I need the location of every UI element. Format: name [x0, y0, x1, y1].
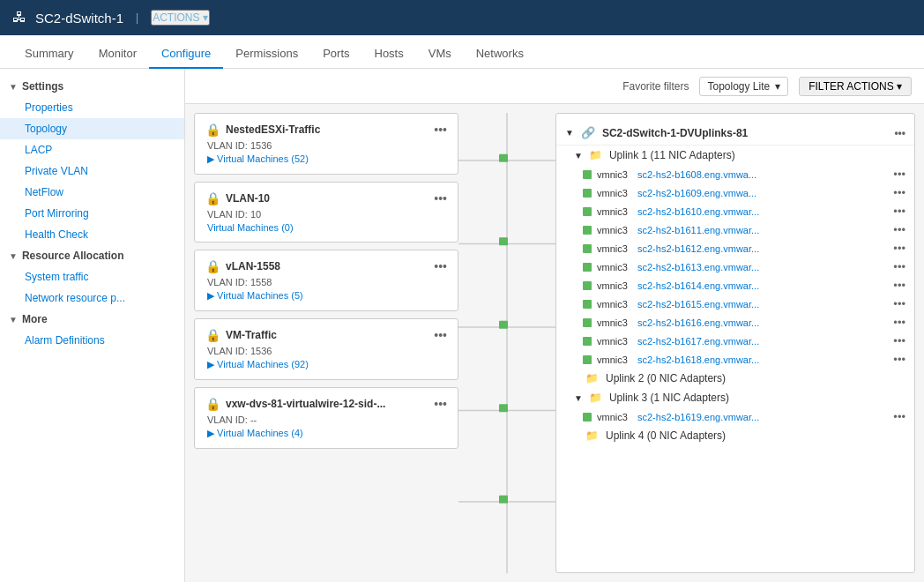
- uplink4-folder-icon: 📁: [585, 429, 599, 442]
- nic-menu-2[interactable]: •••: [893, 205, 905, 218]
- uplink1-name: Uplink 1 (11 NIC Adapters): [609, 149, 735, 161]
- tab-bar: Summary Monitor Configure Permissions Po…: [0, 35, 924, 69]
- nic-name-5: vmnic3: [597, 262, 632, 272]
- uplink3-collapse-icon: ▼: [574, 393, 583, 403]
- pg-name-vlan-10: VLAN-10: [226, 192, 428, 205]
- pg-vms-vm-traffic[interactable]: ▶ Virtual Machines (92): [207, 359, 447, 370]
- nic-menu-9[interactable]: •••: [893, 334, 905, 347]
- tab-monitor[interactable]: Monitor: [86, 40, 149, 69]
- sidebar-item-netflow[interactable]: NetFlow: [0, 182, 184, 203]
- nic-indicator-1: [583, 189, 592, 198]
- nic-indicator-7: [583, 300, 592, 309]
- nic-entry-0: vmnic3 sc2-hs2-b1608.eng.vmwa... •••: [556, 165, 914, 183]
- nic-host-10[interactable]: sc2-hs2-b1618.eng.vmwar...: [637, 354, 886, 365]
- svg-rect-8: [499, 321, 508, 329]
- nic-host-9[interactable]: sc2-hs2-b1617.eng.vmwar...: [637, 336, 886, 347]
- pg-vlan-nested-esxi: VLAN ID: 1536: [207, 140, 447, 151]
- pg-vms-vlan-1558[interactable]: ▶ Virtual Machines (5): [207, 290, 447, 302]
- pg-vms-vxw[interactable]: ▶ Virtual Machines (4): [207, 428, 447, 439]
- sidebar-more-section[interactable]: ▼ More: [0, 309, 184, 330]
- nic-name-7: vmnic3: [597, 299, 632, 310]
- uplink2-name: Uplink 2 (0 NIC Adapters): [606, 372, 726, 384]
- uplink4-header[interactable]: 📁 Uplink 4 (0 NIC Adapters): [556, 426, 914, 445]
- nic-host-2[interactable]: sc2-hs2-b1610.eng.vmwar...: [637, 206, 886, 217]
- sidebar-item-port-mirroring[interactable]: Port Mirroring: [0, 203, 184, 224]
- nic-menu-4[interactable]: •••: [893, 242, 905, 255]
- svg-rect-7: [499, 237, 508, 245]
- nic-entry-1: vmnic3 sc2-hs2-b1609.eng.vmwa... •••: [556, 183, 914, 202]
- sidebar-item-network-resource[interactable]: Network resource p...: [0, 287, 184, 309]
- uplink1-collapse-icon: ▼: [574, 151, 583, 160]
- topology-filter-dropdown[interactable]: Topology Lite ▾: [699, 77, 788, 96]
- nic-host-6[interactable]: sc2-hs2-b1614.eng.vmwar...: [637, 280, 886, 291]
- more-arrow-icon: ▼: [9, 315, 18, 325]
- pg-menu-vxw[interactable]: •••: [434, 397, 447, 411]
- nic-entry-8: vmnic3 sc2-hs2-b1616.eng.vmwar... •••: [556, 313, 914, 332]
- sidebar-settings-section[interactable]: ▼ Settings: [0, 76, 184, 97]
- uplink2-header[interactable]: 📁 Uplink 2 (0 NIC Adapters): [556, 369, 914, 388]
- pg-menu-vlan-10[interactable]: •••: [434, 191, 447, 205]
- nic-host-4[interactable]: sc2-hs2-b1612.eng.vmwar...: [637, 243, 886, 254]
- tab-configure[interactable]: Configure: [149, 40, 223, 69]
- pg-menu-nested-esxi[interactable]: •••: [434, 123, 447, 137]
- nic-indicator-9: [583, 337, 592, 346]
- nic-indicator-u3: [583, 413, 592, 422]
- nic-menu-6[interactable]: •••: [893, 279, 905, 292]
- pg-menu-vm-traffic[interactable]: •••: [434, 328, 447, 342]
- sidebar-item-topology[interactable]: Topology: [0, 118, 184, 139]
- chevron-down-icon: ▾: [775, 80, 780, 93]
- chevron-right-icon: ▶: [207, 153, 214, 164]
- sidebar-item-properties[interactable]: Properties: [0, 97, 184, 118]
- sidebar-item-lacp[interactable]: LACP: [0, 139, 184, 160]
- port-group-card-vlan-10: 🔒 VLAN-10 ••• VLAN ID: 10 Virtual Machin…: [194, 182, 458, 242]
- switch-icon: 🖧: [12, 10, 26, 26]
- nic-menu-0[interactable]: •••: [893, 168, 905, 181]
- sidebar-item-alarm-definitions[interactable]: Alarm Definitions: [0, 330, 184, 351]
- nic-host-1[interactable]: sc2-hs2-b1609.eng.vmwa...: [637, 188, 886, 198]
- pg-menu-vlan-1558[interactable]: •••: [434, 259, 447, 273]
- dvuplinks-name: SC2-dSwitch-1-DVUplinks-81: [602, 127, 748, 139]
- pg-vms-vlan-10[interactable]: Virtual Machines (0): [207, 222, 447, 233]
- tab-vms[interactable]: VMs: [416, 40, 464, 69]
- favorite-filters-label: Favorite filters: [622, 80, 689, 93]
- tab-permissions[interactable]: Permissions: [223, 40, 310, 69]
- nic-entry-4: vmnic3 sc2-hs2-b1612.eng.vmwar... •••: [556, 239, 914, 257]
- sidebar-item-private-vlan[interactable]: Private VLAN: [0, 160, 184, 182]
- nic-name-9: vmnic3: [597, 336, 632, 347]
- nic-indicator-2: [583, 207, 592, 216]
- sidebar-item-health-check[interactable]: Health Check: [0, 224, 184, 245]
- nic-name-4: vmnic3: [597, 243, 632, 254]
- nic-host-3[interactable]: sc2-hs2-b1611.eng.vmwar...: [637, 225, 886, 235]
- nic-host-7[interactable]: sc2-hs2-b1615.eng.vmwar...: [637, 299, 886, 310]
- tab-networks[interactable]: Networks: [464, 40, 536, 69]
- uplink3-folder-icon: 📁: [589, 392, 602, 404]
- nic-menu-3[interactable]: •••: [893, 223, 905, 236]
- nic-host-0[interactable]: sc2-hs2-b1608.eng.vmwa...: [637, 169, 886, 180]
- nic-indicator: [583, 170, 592, 179]
- tab-hosts[interactable]: Hosts: [362, 40, 416, 69]
- tab-ports[interactable]: Ports: [310, 40, 361, 69]
- uplink1-header[interactable]: ▼ 📁 Uplink 1 (11 NIC Adapters): [556, 146, 914, 165]
- nic-menu-u3-0[interactable]: •••: [893, 410, 905, 423]
- nic-menu-5[interactable]: •••: [893, 260, 905, 273]
- pg-vms-nested-esxi[interactable]: ▶ Virtual Machines (52): [207, 153, 447, 165]
- nic-menu-8[interactable]: •••: [893, 316, 905, 329]
- sidebar-resource-section[interactable]: ▼ Resource Allocation: [0, 245, 184, 266]
- nic-name-3: vmnic3: [597, 225, 632, 235]
- sidebar-item-system-traffic[interactable]: System traffic: [0, 266, 184, 287]
- dvuplinks-header[interactable]: ▼ 🔗 SC2-dSwitch-1-DVUplinks-81 •••: [556, 121, 914, 146]
- pg-name-vlan-1558: vLAN-1558: [226, 260, 428, 272]
- nic-name-u3-0: vmnic3: [597, 412, 632, 422]
- dvuplinks-menu[interactable]: •••: [894, 127, 905, 139]
- nic-menu-1[interactable]: •••: [893, 186, 905, 199]
- nic-host-5[interactable]: sc2-hs2-b1613.eng.vmwar...: [637, 262, 886, 272]
- filter-actions-button[interactable]: FILTER ACTIONS ▾: [799, 77, 912, 96]
- nic-menu-7[interactable]: •••: [893, 297, 905, 310]
- uplink3-header[interactable]: ▼ 📁 Uplink 3 (1 NIC Adapters): [556, 388, 914, 407]
- actions-button[interactable]: ACTIONS ▾: [151, 10, 210, 26]
- nic-host-u3-0[interactable]: sc2-hs2-b1619.eng.vmwar...: [637, 412, 886, 422]
- nic-host-8[interactable]: sc2-hs2-b1616.eng.vmwar...: [637, 317, 886, 328]
- nic-menu-10[interactable]: •••: [893, 353, 905, 366]
- tab-summary[interactable]: Summary: [12, 40, 86, 69]
- pg-vlan-vlan-10: VLAN ID: 10: [207, 209, 447, 220]
